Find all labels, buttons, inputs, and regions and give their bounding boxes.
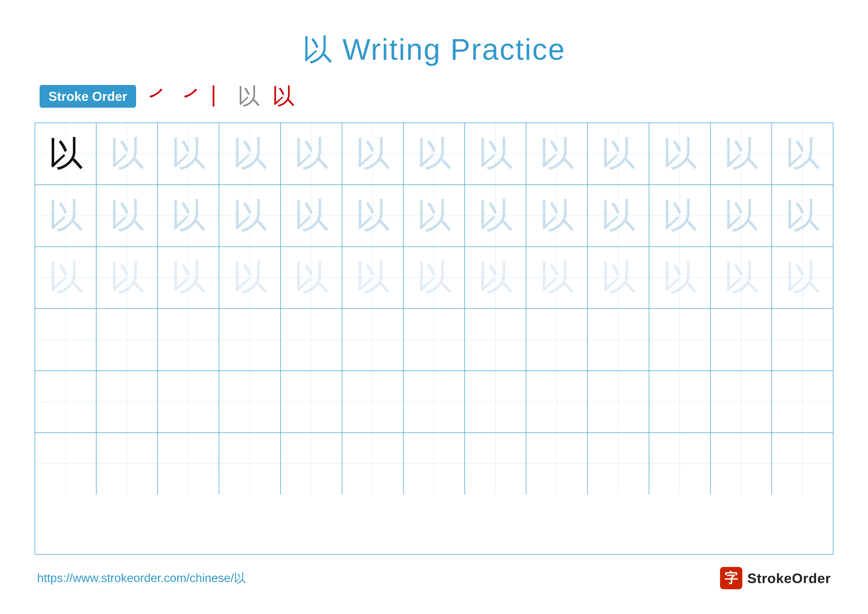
char-light: 以: [526, 185, 587, 246]
grid-cell-3-12[interactable]: 以: [711, 247, 772, 308]
grid-cell-4-1[interactable]: [35, 309, 96, 370]
grid-cell-5-4[interactable]: [219, 371, 281, 432]
grid-cell-3-10[interactable]: 以: [587, 247, 649, 308]
char-light: 以: [465, 123, 526, 185]
grid-cell-2-8[interactable]: 以: [465, 185, 526, 246]
footer: https://www.strokeorder.com/chinese/以 字 …: [35, 567, 833, 589]
grid-cell-1-9[interactable]: 以: [526, 123, 587, 185]
grid-cell-4-2[interactable]: [96, 309, 158, 370]
grid-cell-1-5[interactable]: 以: [281, 123, 342, 185]
grid-cell-4-8[interactable]: [465, 309, 526, 370]
grid-cell-1-3[interactable]: 以: [158, 123, 219, 185]
char-lighter: 以: [35, 247, 96, 308]
grid-cell-5-8[interactable]: [465, 371, 526, 432]
grid-cell-2-11[interactable]: 以: [649, 185, 711, 246]
grid-cell-6-11[interactable]: [649, 433, 711, 494]
grid-cell-5-6[interactable]: [342, 371, 403, 432]
char-light: 以: [219, 123, 280, 185]
footer-url[interactable]: https://www.strokeorder.com/chinese/以: [37, 570, 246, 586]
grid-cell-3-4[interactable]: 以: [219, 247, 281, 308]
grid-cell-5-12[interactable]: [711, 371, 772, 432]
grid-cell-4-12[interactable]: [711, 309, 772, 370]
char-lighter: 以: [526, 247, 587, 308]
char-light: 以: [649, 185, 710, 246]
char-light: 以: [96, 123, 157, 185]
stroke-step-3: 以: [237, 85, 260, 107]
grid-cell-5-9[interactable]: [526, 371, 587, 432]
grid-cell-4-3[interactable]: [158, 309, 219, 370]
grid-cell-1-4[interactable]: 以: [219, 123, 281, 185]
grid-cell-1-10[interactable]: 以: [587, 123, 649, 185]
char-light: 以: [526, 123, 587, 185]
char-lighter: 以: [711, 247, 772, 308]
grid-cell-5-11[interactable]: [649, 371, 711, 432]
grid-cell-2-3[interactable]: 以: [158, 185, 219, 246]
grid-cell-5-10[interactable]: [587, 371, 649, 432]
grid-cell-6-4[interactable]: [219, 433, 281, 494]
grid-cell-5-3[interactable]: [158, 371, 219, 432]
char-light: 以: [96, 185, 157, 246]
grid-cell-6-9[interactable]: [526, 433, 587, 494]
grid-cell-5-5[interactable]: [281, 371, 342, 432]
grid-cell-1-13[interactable]: 以: [772, 123, 833, 185]
grid-cell-6-13[interactable]: [772, 433, 833, 494]
char-lighter: 以: [158, 247, 219, 308]
grid-cell-2-13[interactable]: 以: [772, 185, 833, 246]
grid-cell-3-9[interactable]: 以: [526, 247, 587, 308]
grid-cell-1-7[interactable]: 以: [403, 123, 465, 185]
char-lighter: 以: [96, 247, 157, 308]
grid-cell-6-1[interactable]: [35, 433, 96, 494]
grid-cell-1-6[interactable]: 以: [342, 123, 403, 185]
grid-cell-5-13[interactable]: [772, 371, 833, 432]
grid-cell-3-1[interactable]: 以: [35, 247, 96, 308]
grid-cell-5-1[interactable]: [35, 371, 96, 432]
grid-cell-2-5[interactable]: 以: [281, 185, 342, 246]
grid-cell-2-1[interactable]: 以: [35, 185, 96, 246]
grid-cell-4-10[interactable]: [587, 309, 649, 370]
char-light: 以: [587, 185, 648, 246]
grid-cell-6-10[interactable]: [587, 433, 649, 494]
grid-cell-4-5[interactable]: [281, 309, 342, 370]
grid-cell-4-9[interactable]: [526, 309, 587, 370]
char-light: 以: [772, 123, 833, 185]
grid-cell-2-9[interactable]: 以: [526, 185, 587, 246]
grid-cell-2-6[interactable]: 以: [342, 185, 403, 246]
grid-cell-6-12[interactable]: [711, 433, 772, 494]
grid-cell-6-8[interactable]: [465, 433, 526, 494]
grid-cell-3-11[interactable]: 以: [649, 247, 711, 308]
grid-cell-6-3[interactable]: [158, 433, 219, 494]
grid-cell-2-2[interactable]: 以: [96, 185, 158, 246]
grid-cell-2-12[interactable]: 以: [711, 185, 772, 246]
char-light: 以: [772, 185, 833, 246]
grid-cell-6-2[interactable]: [96, 433, 158, 494]
grid-cell-2-7[interactable]: 以: [403, 185, 465, 246]
grid-cell-1-8[interactable]: 以: [465, 123, 526, 185]
grid-cell-1-11[interactable]: 以: [649, 123, 711, 185]
grid-cell-3-8[interactable]: 以: [465, 247, 526, 308]
grid-cell-6-5[interactable]: [281, 433, 342, 494]
grid-cell-2-4[interactable]: 以: [219, 185, 281, 246]
grid-cell-1-12[interactable]: 以: [711, 123, 772, 185]
grid-cell-1-2[interactable]: 以: [96, 123, 158, 185]
grid-cell-3-3[interactable]: 以: [158, 247, 219, 308]
grid-cell-1-1[interactable]: 以: [35, 123, 96, 185]
grid-cell-3-7[interactable]: 以: [403, 247, 465, 308]
grid-cell-4-13[interactable]: [772, 309, 833, 370]
char-light: 以: [587, 123, 648, 185]
grid-cell-3-6[interactable]: 以: [342, 247, 403, 308]
grid-cell-3-2[interactable]: 以: [96, 247, 158, 308]
grid-cell-4-4[interactable]: [219, 309, 281, 370]
grid-cell-6-7[interactable]: [403, 433, 465, 494]
char-light: 以: [711, 123, 772, 185]
grid-cell-2-10[interactable]: 以: [587, 185, 649, 246]
grid-cell-3-5[interactable]: 以: [281, 247, 342, 308]
grid-cell-4-11[interactable]: [649, 309, 711, 370]
grid-cell-5-2[interactable]: [96, 371, 158, 432]
grid-row-3: 以 以 以 以 以 以 以 以 以 以 以 以 以: [35, 247, 833, 309]
grid-cell-3-13[interactable]: 以: [772, 247, 833, 308]
logo-name: StrokeOrder: [747, 570, 831, 586]
grid-cell-4-6[interactable]: [342, 309, 403, 370]
grid-cell-6-6[interactable]: [342, 433, 403, 494]
grid-cell-5-7[interactable]: [403, 371, 465, 432]
grid-cell-4-7[interactable]: [403, 309, 465, 370]
